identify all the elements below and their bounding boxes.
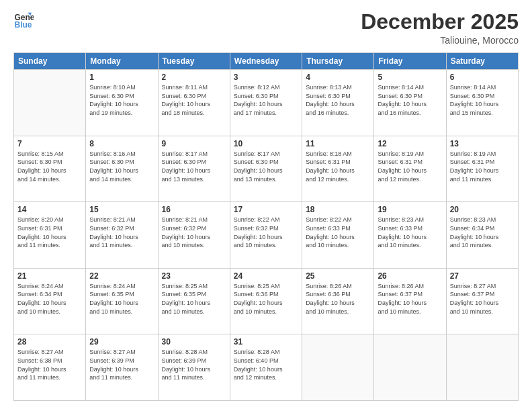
day-number: 27 — [450, 271, 515, 281]
calendar-cell: 11Sunrise: 8:18 AM Sunset: 6:31 PM Dayli… — [302, 136, 374, 202]
calendar-cell: 6Sunrise: 8:14 AM Sunset: 6:30 PM Daylig… — [446, 70, 518, 136]
day-number: 25 — [306, 271, 370, 281]
day-number: 26 — [378, 271, 442, 281]
calendar-cell: 24Sunrise: 8:25 AM Sunset: 6:36 PM Dayli… — [230, 268, 302, 334]
day-number: 20 — [450, 205, 515, 214]
day-number: 21 — [17, 271, 82, 281]
calendar-cell: 30Sunrise: 8:28 AM Sunset: 6:39 PM Dayli… — [158, 334, 230, 401]
calendar-cell: 21Sunrise: 8:24 AM Sunset: 6:34 PM Dayli… — [14, 268, 86, 334]
day-number: 2 — [162, 73, 226, 82]
calendar-cell: 18Sunrise: 8:22 AM Sunset: 6:33 PM Dayli… — [302, 202, 374, 269]
calendar-cell: 23Sunrise: 8:25 AM Sunset: 6:35 PM Dayli… — [158, 268, 230, 334]
calendar-cell: 25Sunrise: 8:26 AM Sunset: 6:36 PM Dayli… — [302, 268, 374, 334]
day-info: Sunrise: 8:18 AM Sunset: 6:31 PM Dayligh… — [306, 150, 370, 183]
col-thursday: Thursday — [302, 53, 374, 70]
calendar-cell: 31Sunrise: 8:28 AM Sunset: 6:40 PM Dayli… — [230, 334, 302, 401]
day-number: 10 — [234, 139, 298, 148]
day-number: 12 — [378, 139, 442, 148]
calendar-cell: 20Sunrise: 8:23 AM Sunset: 6:34 PM Dayli… — [446, 202, 518, 269]
day-number: 4 — [306, 73, 370, 82]
calendar-week-4: 21Sunrise: 8:24 AM Sunset: 6:34 PM Dayli… — [14, 268, 519, 334]
day-number: 7 — [17, 139, 82, 148]
day-info: Sunrise: 8:25 AM Sunset: 6:36 PM Dayligh… — [234, 282, 298, 316]
day-info: Sunrise: 8:24 AM Sunset: 6:35 PM Dayligh… — [89, 282, 154, 316]
day-info: Sunrise: 8:28 AM Sunset: 6:40 PM Dayligh… — [234, 348, 298, 381]
day-info: Sunrise: 8:23 AM Sunset: 6:33 PM Dayligh… — [378, 216, 442, 249]
day-number: 11 — [306, 139, 370, 148]
title-area: December 2025 Taliouine, Morocco — [361, 10, 519, 46]
day-info: Sunrise: 8:17 AM Sunset: 6:30 PM Dayligh… — [162, 150, 226, 183]
calendar-cell: 10Sunrise: 8:17 AM Sunset: 6:30 PM Dayli… — [230, 136, 302, 202]
calendar-week-1: 1Sunrise: 8:10 AM Sunset: 6:30 PM Daylig… — [14, 70, 519, 136]
calendar-week-2: 7Sunrise: 8:15 AM Sunset: 6:30 PM Daylig… — [14, 136, 519, 202]
logo: General Blue — [13, 10, 34, 30]
day-number: 13 — [450, 139, 515, 148]
day-info: Sunrise: 8:20 AM Sunset: 6:31 PM Dayligh… — [17, 216, 82, 249]
calendar-cell: 28Sunrise: 8:27 AM Sunset: 6:38 PM Dayli… — [14, 334, 86, 401]
day-info: Sunrise: 8:21 AM Sunset: 6:32 PM Dayligh… — [89, 216, 154, 249]
calendar-cell — [446, 334, 518, 401]
month-title: December 2025 — [361, 10, 519, 34]
calendar-cell: 2Sunrise: 8:11 AM Sunset: 6:30 PM Daylig… — [158, 70, 230, 136]
calendar-cell: 8Sunrise: 8:16 AM Sunset: 6:30 PM Daylig… — [86, 136, 158, 202]
day-number: 5 — [378, 73, 442, 82]
day-number: 1 — [89, 73, 154, 82]
calendar-cell: 22Sunrise: 8:24 AM Sunset: 6:35 PM Dayli… — [86, 268, 158, 334]
col-sunday: Sunday — [14, 53, 86, 70]
location: Taliouine, Morocco — [361, 35, 519, 46]
calendar-cell: 1Sunrise: 8:10 AM Sunset: 6:30 PM Daylig… — [86, 70, 158, 136]
day-number: 30 — [162, 337, 226, 347]
day-info: Sunrise: 8:19 AM Sunset: 6:31 PM Dayligh… — [378, 150, 442, 183]
day-info: Sunrise: 8:15 AM Sunset: 6:30 PM Dayligh… — [17, 150, 82, 183]
calendar-cell — [14, 70, 86, 136]
calendar-cell: 16Sunrise: 8:21 AM Sunset: 6:32 PM Dayli… — [158, 202, 230, 269]
day-info: Sunrise: 8:25 AM Sunset: 6:35 PM Dayligh… — [162, 282, 226, 316]
day-info: Sunrise: 8:13 AM Sunset: 6:30 PM Dayligh… — [306, 83, 370, 117]
day-info: Sunrise: 8:14 AM Sunset: 6:30 PM Dayligh… — [450, 83, 515, 117]
calendar-week-5: 28Sunrise: 8:27 AM Sunset: 6:38 PM Dayli… — [14, 334, 519, 401]
day-number: 19 — [378, 205, 442, 214]
day-number: 29 — [89, 337, 154, 347]
day-number: 9 — [162, 139, 226, 148]
day-info: Sunrise: 8:28 AM Sunset: 6:39 PM Dayligh… — [162, 348, 226, 381]
day-number: 6 — [450, 73, 515, 82]
calendar-cell: 19Sunrise: 8:23 AM Sunset: 6:33 PM Dayli… — [374, 202, 446, 269]
svg-text:Blue: Blue — [15, 20, 32, 30]
page: General Blue December 2025 Taliouine, Mo… — [0, 0, 532, 411]
day-number: 3 — [234, 73, 298, 82]
day-info: Sunrise: 8:23 AM Sunset: 6:34 PM Dayligh… — [450, 216, 515, 249]
day-info: Sunrise: 8:17 AM Sunset: 6:30 PM Dayligh… — [234, 150, 298, 183]
day-number: 23 — [162, 271, 226, 281]
calendar-cell: 7Sunrise: 8:15 AM Sunset: 6:30 PM Daylig… — [14, 136, 86, 202]
col-monday: Monday — [86, 53, 158, 70]
calendar-cell: 26Sunrise: 8:26 AM Sunset: 6:37 PM Dayli… — [374, 268, 446, 334]
day-info: Sunrise: 8:10 AM Sunset: 6:30 PM Dayligh… — [89, 83, 154, 117]
day-number: 28 — [17, 337, 82, 347]
day-info: Sunrise: 8:19 AM Sunset: 6:31 PM Dayligh… — [450, 150, 515, 183]
day-number: 24 — [234, 271, 298, 281]
calendar-cell — [374, 334, 446, 401]
header-row: Sunday Monday Tuesday Wednesday Thursday… — [14, 53, 519, 70]
calendar-cell: 27Sunrise: 8:27 AM Sunset: 6:37 PM Dayli… — [446, 268, 518, 334]
day-number: 16 — [162, 205, 226, 214]
calendar-cell: 5Sunrise: 8:14 AM Sunset: 6:30 PM Daylig… — [374, 70, 446, 136]
day-info: Sunrise: 8:27 AM Sunset: 6:39 PM Dayligh… — [89, 348, 154, 381]
day-info: Sunrise: 8:26 AM Sunset: 6:37 PM Dayligh… — [378, 282, 442, 316]
header: General Blue December 2025 Taliouine, Mo… — [13, 10, 519, 46]
day-number: 22 — [89, 271, 154, 281]
calendar-cell: 4Sunrise: 8:13 AM Sunset: 6:30 PM Daylig… — [302, 70, 374, 136]
col-wednesday: Wednesday — [230, 53, 302, 70]
day-number: 14 — [17, 205, 82, 214]
day-number: 15 — [89, 205, 154, 214]
day-info: Sunrise: 8:12 AM Sunset: 6:30 PM Dayligh… — [234, 83, 298, 117]
day-info: Sunrise: 8:22 AM Sunset: 6:33 PM Dayligh… — [306, 216, 370, 249]
calendar-cell: 14Sunrise: 8:20 AM Sunset: 6:31 PM Dayli… — [14, 202, 86, 269]
day-number: 18 — [306, 205, 370, 214]
day-info: Sunrise: 8:24 AM Sunset: 6:34 PM Dayligh… — [17, 282, 82, 316]
col-friday: Friday — [374, 53, 446, 70]
day-number: 31 — [234, 337, 298, 347]
calendar-cell: 13Sunrise: 8:19 AM Sunset: 6:31 PM Dayli… — [446, 136, 518, 202]
calendar-cell: 3Sunrise: 8:12 AM Sunset: 6:30 PM Daylig… — [230, 70, 302, 136]
day-info: Sunrise: 8:21 AM Sunset: 6:32 PM Dayligh… — [162, 216, 226, 249]
calendar-cell: 9Sunrise: 8:17 AM Sunset: 6:30 PM Daylig… — [158, 136, 230, 202]
